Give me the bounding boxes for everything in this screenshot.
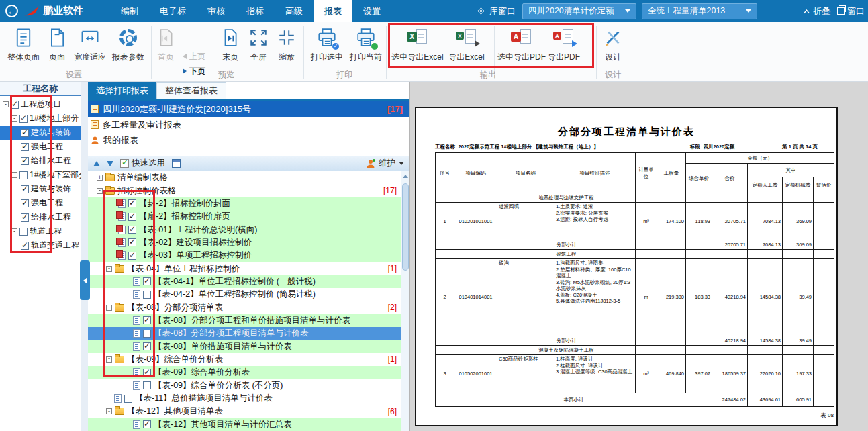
report-item[interactable]: 【表-04-2】单位工程招标控制价 (简易计税) [88,288,401,301]
prev-page-button[interactable]: 上页 [183,50,205,62]
report-item[interactable]: 【表-01】工程计价总说明(横向) [88,223,401,236]
node-checkbox[interactable] [21,242,29,250]
report-checkbox[interactable] [143,420,151,428]
report-checkbox[interactable] [143,381,151,389]
project-node[interactable]: 1#楼地上部分 [0,111,81,126]
report-item-selected[interactable]: 【表-08】分部分项工程项目清单与计价表 [88,327,401,340]
node-checkbox[interactable] [21,129,29,137]
collapse-node-icon[interactable] [106,266,112,272]
report-set-item[interactable]: 多工程量及审计报表 [88,117,409,132]
project-node[interactable]: 给排水工程 [0,154,81,168]
report-folder[interactable]: 【表-08】分部分项清单表 [2] [88,301,401,314]
node-checkbox[interactable] [21,199,29,207]
report-folder[interactable]: 清单编制表格 [88,171,401,184]
report-checkbox[interactable] [143,291,151,299]
report-checkbox[interactable] [143,369,151,377]
report-item[interactable]: 【表-03】单项工程招标控制价 [88,249,401,262]
report-checkbox[interactable] [143,277,151,285]
tree-scrollbar[interactable] [401,171,409,431]
project-node[interactable]: 1#楼地下室部分 [0,168,81,182]
tab-view-all-reports[interactable]: 整体查看报表 [156,82,226,99]
collapse-node-icon[interactable] [106,356,112,363]
collapse-node-icon[interactable] [11,172,17,178]
back-icon[interactable]: ← [5,5,18,17]
node-checkbox[interactable] [19,228,28,236]
library-window-button[interactable]: 库窗口 [476,5,516,17]
node-checkbox[interactable] [21,143,29,151]
fit-width-button[interactable]: 宽度适应 [71,25,109,76]
design-button[interactable]: 设计 [599,25,627,76]
project-node[interactable]: 给排水工程 [0,210,81,224]
fullscreen-button[interactable]: 全屏 [246,25,271,76]
export-selected-pdf-button[interactable]: 选中导出PDF [498,25,545,76]
maintain-button[interactable]: 维护 [366,158,404,169]
collapse-node-icon[interactable] [11,115,17,122]
print-selected-button[interactable]: ✓ 打印选中 [307,25,346,76]
project-node-selected[interactable]: 建筑与装饰 [0,126,81,140]
node-checkbox[interactable] [21,157,29,165]
report-set-item-selected[interactable]: 四川2020定额-川建造价发[2020]315号 [17] [88,101,409,117]
move-up-icon[interactable] [93,161,100,166]
last-page-button[interactable]: 末页 [218,25,243,76]
node-checkbox[interactable] [21,185,29,193]
report-checkbox[interactable] [124,395,132,403]
next-page-button[interactable]: 下页 [183,65,205,77]
report-item[interactable]: 【扉-2】招标控制价扉页 [88,210,401,223]
export-pdf-button[interactable]: 导出PDF [545,25,583,76]
scrollbar-thumb[interactable] [402,183,409,271]
report-set-item[interactable]: 我的报表 [88,132,409,148]
panel-collapse-handle[interactable] [80,260,90,300]
first-page-button[interactable]: 首页 [153,25,179,76]
quota-combobox[interactable]: 四川2020清单计价定额 [522,3,636,19]
window-button[interactable]: 窗口 [837,5,868,17]
collapse-node-icon[interactable] [106,408,112,414]
project-node[interactable]: 强电工程 [0,140,81,154]
report-checkbox[interactable] [143,342,151,350]
menu-baobiao-active[interactable]: 报表 [314,0,352,22]
report-item[interactable]: 【表-11】总价措施项目清单与计价表 [88,392,401,405]
report-item[interactable]: 【表-09】综合单价分析表 (不分页) [88,379,401,392]
node-checkbox[interactable] [19,115,28,123]
collapse-ribbon-button[interactable]: 折叠 [803,5,830,17]
collapse-node-icon[interactable] [11,228,17,234]
whole-page-button[interactable]: 整体页面 [4,25,43,76]
expand-node-icon[interactable] [97,175,103,181]
report-item[interactable]: 【表-08】分部分项工程和单价措施项目清单与计价表 [88,314,401,327]
move-down-icon[interactable] [107,161,113,166]
project-node[interactable]: 工程总项目 [0,97,81,111]
report-checkbox[interactable] [128,199,136,207]
report-checkbox[interactable] [128,252,136,260]
menu-gaoji[interactable]: 高级 [275,0,314,22]
project-node[interactable]: 建筑与装饰 [0,182,81,196]
project-node[interactable]: 轨道工程 [0,224,81,238]
report-folder[interactable]: 招标控制价表格 [17] [88,184,401,197]
scroll-up-icon[interactable] [401,171,409,181]
page-view-button[interactable]: 页面 [43,25,71,76]
report-checkbox[interactable] [128,213,136,221]
print-current-button[interactable]: 打印当前 [346,25,385,76]
export-selected-excel-button[interactable]: 选中导出Excel [391,25,444,76]
menu-shenhe[interactable]: 审核 [197,0,236,22]
report-checkbox[interactable] [143,316,151,324]
node-checkbox[interactable] [11,101,19,109]
report-item[interactable]: 【封-2】招标控制价封面 [88,197,401,210]
node-checkbox[interactable] [19,171,28,179]
node-checkbox[interactable] [21,213,29,222]
report-item[interactable]: 【表-12】其他项目清单与计价汇总表 [88,418,401,431]
list-standard-combobox[interactable]: 全统工程量清单2013 [642,3,757,19]
tab-select-print-reports[interactable]: 选择打印报表 [88,82,156,99]
collapse-node-icon[interactable] [3,101,9,107]
report-params-button[interactable]: 报表参数 [109,25,148,76]
report-checkbox[interactable] [128,238,136,246]
menu-zhibiao[interactable]: 指标 [236,0,275,22]
report-item[interactable]: 【表-09】综合单价分析表 [88,366,401,379]
report-item[interactable]: 【表-02】建设项目招标控制价 [88,236,401,249]
menu-bianzhi[interactable]: 编制 [110,0,149,22]
menu-shezhi[interactable]: 设置 [352,0,391,22]
zoom-button[interactable]: 缩放 [274,25,299,76]
report-item[interactable]: 【表-04-1】单位工程招标控制价 (一般计税) [88,275,401,288]
save-selection-icon[interactable] [172,159,181,168]
report-checkbox[interactable] [128,226,136,234]
report-folder[interactable]: 【表-04】单位工程招标控制价 [1] [88,262,401,275]
report-folder[interactable]: 【表-09】综合单价分析表 [1] [88,353,401,366]
